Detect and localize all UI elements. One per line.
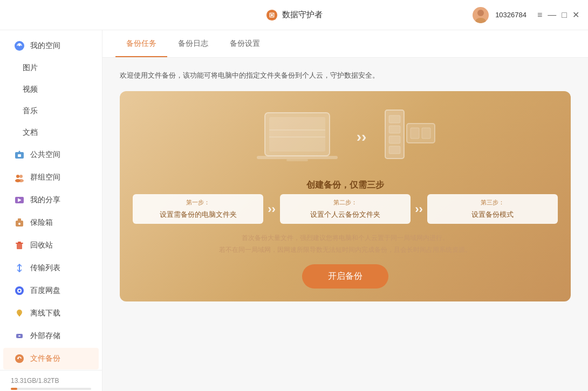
maximize-button[interactable]: □ — [562, 11, 567, 19]
main-content: 欢迎使用文件备份，该功能可将电脑中的指定文件夹备份到个人云，守护数据安全。 — [102, 58, 588, 391]
tabs-bar: 备份任务 备份日志 备份设置 — [102, 30, 588, 58]
sidebar-item-baidu-disk[interactable]: 百度网盘 — [3, 280, 99, 301]
sidebar-item-offline-download[interactable]: 离线下载 — [3, 303, 99, 324]
titlebar: 数据守护者 10326784 ≡ — □ ✕ — [0, 0, 588, 30]
laptop-icon — [254, 107, 340, 167]
titlebar-right: 10326784 ≡ — □ ✕ — [473, 7, 579, 23]
sidebar-item-recycle[interactable]: 回收站 — [3, 235, 99, 256]
sidebar-item-documents[interactable]: 文档 — [3, 122, 99, 143]
step-1-label: 第一步： — [133, 198, 263, 207]
arrow-right-icon: ›› — [357, 128, 367, 146]
tab-backup-log[interactable]: 备份日志 — [167, 30, 219, 57]
sidebar-item-label: 百度网盘 — [30, 286, 60, 296]
user-id: 10326784 — [495, 11, 527, 19]
sidebar-item-my-space[interactable]: 我的空间 — [3, 35, 99, 57]
svg-rect-29 — [269, 117, 325, 152]
sidebar-item-label: 文件备份 — [30, 354, 60, 363]
public-space-icon — [14, 149, 25, 160]
content-area: 备份任务 备份日志 备份设置 欢迎使用文件备份，该功能可将电脑中的指定文件夹备份… — [102, 30, 588, 391]
group-space-icon — [14, 172, 25, 183]
step-2-box: 第二步： 设置个人云备份文件夹 — [280, 194, 411, 224]
tab-backup-settings[interactable]: 备份设置 — [219, 30, 271, 57]
svg-rect-16 — [17, 244, 22, 249]
step-2-label: 第二步： — [280, 198, 411, 207]
sidebar-item-group-space[interactable]: 群组空间 — [3, 167, 99, 188]
svg-point-11 — [18, 179, 24, 182]
sidebar-item-label: 离线下载 — [30, 308, 60, 318]
svg-rect-26 — [18, 335, 20, 337]
svg-rect-38 — [389, 146, 400, 154]
step-arrow-1: ›› — [268, 202, 276, 216]
notice-text: 首次备份大量文件，强烈建议您将电脑和个人云置于同一局域网内进行。 若不在同一局域… — [133, 232, 558, 256]
sidebar-item-label: 视频 — [23, 85, 38, 94]
offline-download-icon — [14, 308, 25, 319]
sidebar-item-label: 传输列表 — [30, 263, 60, 273]
user-avatar[interactable] — [473, 7, 489, 23]
app-title: 数据守护者 — [282, 10, 323, 20]
sidebar-item-external-storage[interactable]: 外部存储 — [3, 325, 99, 347]
my-space-icon — [14, 40, 25, 51]
sidebar-item-label: 我的空间 — [30, 41, 60, 51]
svg-point-15 — [18, 223, 20, 225]
steps-row: 第一步： 设置需备份的电脑文件夹 ›› 第二步： 设置个人云备份文件夹 ›› 第… — [133, 194, 558, 224]
svg-point-27 — [15, 354, 24, 363]
illustration-area: ›› — [133, 102, 558, 180]
svg-point-2 — [475, 18, 486, 23]
storage-label: 13.31GB/1.82TB — [11, 377, 59, 385]
step-3-label: 第三步： — [427, 198, 558, 207]
svg-point-8 — [16, 175, 19, 178]
sidebar-item-label: 群组空间 — [30, 173, 60, 182]
sidebar-item-label: 文档 — [23, 128, 38, 138]
start-backup-button[interactable]: 开启备份 — [302, 264, 388, 289]
baidu-disk-icon — [14, 285, 25, 296]
sidebar-storage-footer: 13.31GB/1.82TB — [0, 370, 102, 391]
svg-rect-18 — [18, 242, 21, 243]
sidebar-item-file-backup[interactable]: 文件备份 — [3, 348, 99, 369]
sidebar-item-my-share[interactable]: 我的分享 — [3, 189, 99, 211]
sidebar-item-label: 回收站 — [30, 241, 53, 250]
tab-backup-task[interactable]: 备份任务 — [115, 30, 167, 57]
sidebar-item-videos[interactable]: 视频 — [3, 79, 99, 100]
svg-rect-40 — [411, 128, 419, 139]
step-2-text: 设置个人云备份文件夹 — [280, 210, 411, 219]
step-1-box: 第一步： 设置需备份的电脑文件夹 — [133, 194, 263, 224]
main-layout: 我的空间 图片 视频 音乐 文档 公共空间 群组空间 — [0, 30, 588, 391]
storage-bar-background — [11, 388, 91, 390]
welcome-text: 欢迎使用文件备份，该功能可将电脑中的指定文件夹备份到个人云，守护数据安全。 — [120, 71, 571, 80]
file-backup-icon — [14, 353, 25, 364]
svg-rect-14 — [18, 218, 21, 221]
recycle-icon — [14, 240, 25, 251]
svg-point-9 — [19, 175, 23, 178]
server-icon — [382, 107, 436, 167]
my-share-icon — [14, 195, 25, 205]
svg-rect-33 — [286, 159, 308, 161]
menu-button[interactable]: ≡ — [537, 11, 542, 19]
sidebar-item-label: 图片 — [23, 63, 38, 73]
sidebar-item-label: 公共空间 — [30, 150, 60, 160]
backup-card: ›› 创建备份，仅 — [120, 91, 571, 301]
app-logo-icon — [266, 9, 278, 21]
step-arrow-2: ›› — [415, 202, 423, 216]
sidebar-item-public-space[interactable]: 公共空间 — [3, 144, 99, 166]
minimize-button[interactable]: — — [548, 11, 556, 19]
sidebar-item-pictures[interactable]: 图片 — [3, 58, 99, 78]
sidebar-item-vault[interactable]: 保险箱 — [3, 212, 99, 234]
svg-point-1 — [477, 10, 484, 16]
sidebar-item-music[interactable]: 音乐 — [3, 101, 99, 121]
sidebar: 我的空间 图片 视频 音乐 文档 公共空间 群组空间 — [0, 30, 102, 391]
step-1-text: 设置需备份的电脑文件夹 — [133, 210, 263, 219]
sidebar-item-label: 外部存储 — [30, 331, 60, 341]
storage-bar-fill — [11, 388, 17, 390]
sidebar-item-label: 我的分享 — [30, 195, 60, 205]
svg-rect-36 — [389, 126, 400, 133]
svg-rect-32 — [257, 156, 338, 159]
svg-rect-17 — [16, 243, 23, 244]
svg-rect-35 — [389, 115, 400, 123]
close-button[interactable]: ✕ — [572, 11, 579, 19]
svg-point-4 — [18, 44, 21, 46]
sidebar-item-transfer[interactable]: 传输列表 — [3, 257, 99, 279]
notice-line-2: 若不在同一局域网，因网速所限导数无法短时间内完成备份，且会长时间占用系统资源。 — [219, 246, 471, 253]
window-controls: ≡ — □ ✕ — [537, 11, 579, 19]
step-3-box: 第三步： 设置备份模式 — [427, 194, 558, 224]
vault-icon — [14, 217, 25, 228]
